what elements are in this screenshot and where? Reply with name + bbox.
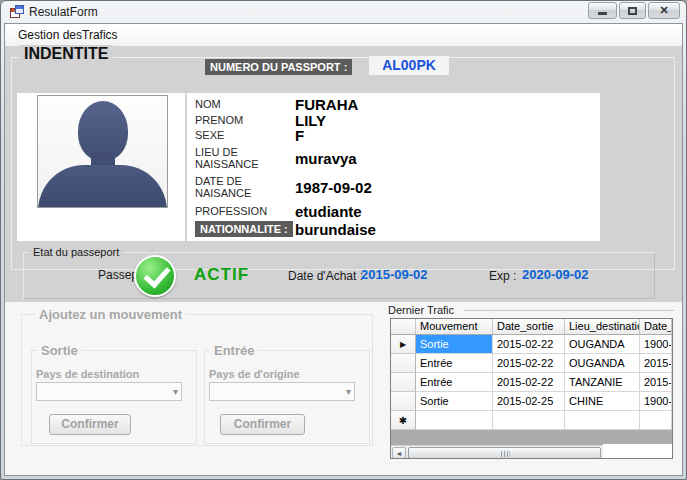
titlebar[interactable]: ResulatForm ✕	[1, 1, 686, 23]
current-row-icon[interactable]: ▶	[391, 335, 416, 354]
purchase-date-label: Date d'Achat :	[288, 269, 363, 283]
maximize-button[interactable]	[619, 2, 646, 19]
identity-info-panel: NOM FURAHA PRENOM LILY SEXE F LIEU DE NA…	[187, 93, 600, 241]
close-icon: ✕	[659, 3, 668, 18]
status-check-icon	[134, 255, 176, 297]
caption-buttons: ✕	[588, 2, 680, 19]
grid-cell[interactable]: OUGANDA	[565, 335, 640, 354]
column-header-mouvement[interactable]: Mouvement	[416, 319, 493, 335]
client-area: Gestion desTrafics INDENTITE NUMERO DU P…	[4, 23, 683, 476]
window-title: ResulatForm	[29, 5, 98, 19]
scroll-left-icon[interactable]: ◄	[392, 447, 406, 459]
field-lieu-naissance: LIEU DE NAISSANCE muravya	[195, 149, 596, 167]
column-header-date-sortie[interactable]: Date_sortie	[493, 319, 565, 335]
maximize-icon	[628, 7, 637, 15]
field-profession: PROFESSION etudiante	[195, 202, 596, 220]
purchase-date-value: 2015-09-02	[361, 267, 428, 282]
confirmer-sortie-button[interactable]: Confirmer	[49, 414, 131, 435]
status-badge: ACTIF	[194, 265, 249, 285]
horizontal-scrollbar[interactable]: ◄	[391, 445, 603, 459]
grid-cell[interactable]	[493, 411, 565, 430]
field-date-naissance: DATE DE NAISANCE 1987-09-02	[195, 178, 596, 196]
pays-destination-combobox[interactable]: ▾	[36, 382, 182, 401]
traffic-group-border	[464, 310, 674, 311]
grid-cell[interactable]: OUGANDA	[565, 354, 640, 373]
table-row: Sortie 2015-02-25 CHINE 1900-0	[391, 392, 672, 411]
column-header-lieu-destination[interactable]: Lieu_destination	[565, 319, 640, 335]
chevron-down-icon: ▾	[346, 386, 351, 397]
photo-panel	[17, 93, 185, 241]
grid-cell[interactable]: Sortie	[416, 335, 493, 354]
table-row: Entrée 2015-02-22 OUGANDA 2015-0	[391, 354, 672, 373]
column-header-date[interactable]: Date_	[640, 319, 672, 335]
minimize-icon	[598, 12, 607, 15]
identity-group-title: INDENTITE	[19, 45, 113, 63]
minimize-button[interactable]	[588, 2, 617, 19]
grid-cell[interactable]: Entrée	[416, 354, 493, 373]
passport-number-label: NUMERO DU PASSPORT :	[205, 59, 352, 75]
grid-cell[interactable]: Sortie	[416, 392, 493, 411]
grid-cell[interactable]: 2015-0	[640, 354, 672, 373]
traffic-datagrid[interactable]: Mouvement Date_sortie Lieu_destination D…	[390, 318, 673, 459]
movement-group-title: Ajoutez un mouvement	[35, 307, 186, 322]
grid-cell[interactable]: Entrée	[416, 373, 493, 392]
scrollbar-corner	[603, 444, 672, 459]
grid-header-row: Mouvement Date_sortie Lieu_destination D…	[391, 319, 672, 335]
scrollbar-thumb[interactable]	[408, 447, 601, 459]
chevron-down-icon: ▾	[173, 386, 178, 397]
grid-cell[interactable]	[416, 411, 493, 430]
grid-cell[interactable]: 2015-02-22	[493, 335, 565, 354]
row-header[interactable]	[391, 392, 416, 411]
app-icon	[10, 5, 24, 19]
field-nationalite: NATIONNALITE : burundaise	[195, 220, 596, 238]
row-header[interactable]	[391, 373, 416, 392]
row-header[interactable]	[391, 354, 416, 373]
entree-group-title: Entrée	[210, 343, 258, 358]
grid-cell[interactable]	[640, 411, 672, 430]
grid-cell[interactable]	[565, 411, 640, 430]
grid-cell[interactable]: 2015-0	[640, 373, 672, 392]
pays-origine-combobox[interactable]: ▾	[209, 382, 355, 401]
passport-photo-placeholder	[37, 95, 168, 208]
exp-date-value: 2020-09-02	[522, 267, 589, 282]
close-button[interactable]: ✕	[648, 2, 680, 19]
field-sexe: SEXE F	[195, 126, 596, 144]
traffic-group-title: Dernier Trafic	[388, 304, 454, 316]
menu-item-gestion-trafics[interactable]: Gestion desTrafics	[15, 28, 121, 42]
pays-destination-label: Pays de destination	[36, 368, 139, 380]
grid-cell[interactable]: 1900-0	[640, 335, 672, 354]
passport-number-value: AL00PK	[369, 56, 449, 75]
new-row-icon[interactable]: ✱	[391, 411, 416, 430]
menubar: Gestion desTrafics	[5, 24, 682, 46]
app-window: ResulatForm ✕ Gestion desTrafics INDENTI…	[0, 0, 687, 480]
grid-cell[interactable]: 2015-02-22	[493, 373, 565, 392]
grid-cell[interactable]: TANZANIE	[565, 373, 640, 392]
confirmer-entree-button[interactable]: Confirmer	[220, 414, 305, 435]
grid-corner-header[interactable]	[391, 319, 416, 335]
table-row-new: ✱	[391, 411, 672, 430]
grid-cell[interactable]: 2015-02-25	[493, 392, 565, 411]
grid-cell[interactable]: 2015-02-22	[493, 354, 565, 373]
pays-origine-label: Pays de d'origine	[209, 368, 300, 380]
exp-date-label: Exp :	[489, 269, 516, 283]
grid-cell[interactable]: 1900-0	[640, 392, 672, 411]
passport-state-group-title: Etat du passeport	[29, 246, 123, 258]
table-row: ▶ Sortie 2015-02-22 OUGANDA 1900-0	[391, 335, 672, 354]
sortie-group-title: Sortie	[37, 343, 82, 358]
table-row: Entrée 2015-02-22 TANZANIE 2015-0	[391, 373, 672, 392]
grid-cell[interactable]: CHINE	[565, 392, 640, 411]
